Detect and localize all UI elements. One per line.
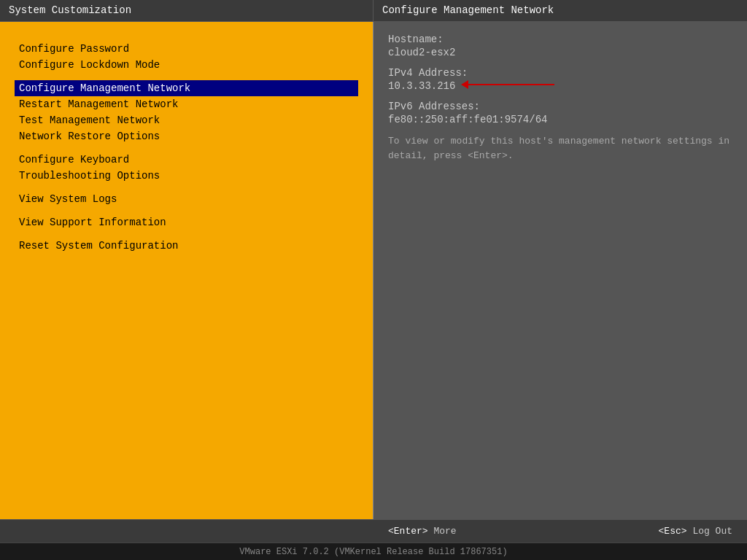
menu-spacer-0: [15, 73, 358, 80]
esc-key: <Esc>: [659, 526, 687, 537]
menu-item-restart-mgmt-network[interactable]: Restart Management Network: [15, 96, 358, 112]
menu-item-test-mgmt-network[interactable]: Test Management Network: [15, 112, 358, 128]
ipv4-value: 10.3.33.216: [388, 80, 455, 92]
bottom-right-hints: <Enter> More <Esc> Log Out: [388, 526, 732, 537]
enter-key: <Enter>: [388, 526, 428, 537]
esc-hint[interactable]: <Esc> Log Out: [659, 526, 732, 537]
menu-item-configure-keyboard[interactable]: Configure Keyboard: [15, 152, 358, 168]
header-bar: System Customization Configure Managemen…: [0, 0, 747, 22]
menu-spacer-4: [15, 230, 358, 238]
screen: System Customization Configure Managemen…: [0, 0, 747, 560]
left-panel-title: System Customization: [0, 0, 374, 21]
footer-bar: VMware ESXi 7.0.2 (VMKernel Release Buil…: [0, 542, 747, 560]
arrow-icon: [467, 84, 554, 85]
menu-item-view-system-logs[interactable]: View System Logs: [15, 191, 358, 207]
menu-item-network-restore[interactable]: Network Restore Options: [15, 128, 358, 144]
menu-spacer-1: [15, 144, 358, 152]
left-panel: Configure PasswordConfigure Lockdown Mod…: [0, 22, 374, 519]
ipv4-label: IPv4 Address:: [388, 67, 732, 79]
menu-item-reset-system-config[interactable]: Reset System Configuration: [15, 238, 358, 254]
enter-action: More: [433, 526, 456, 537]
bottom-hints: <Enter> More <Esc> Log Out: [15, 526, 732, 537]
hostname-label: Hostname:: [388, 34, 732, 45]
right-panel-title: Configure Management Network: [374, 0, 747, 21]
ipv6-value: fe80::250:aff:fe01:9574/64: [388, 114, 732, 125]
menu-item-configure-lockdown[interactable]: Configure Lockdown Mode: [15, 57, 358, 73]
menu-item-troubleshooting[interactable]: Troubleshooting Options: [15, 168, 358, 184]
ipv6-label: IPv6 Addresses:: [388, 101, 732, 112]
main-content: Configure PasswordConfigure Lockdown Mod…: [0, 22, 747, 519]
bottom-bar: <Enter> More <Esc> Log Out: [0, 519, 747, 542]
description-text: To view or modify this host's management…: [388, 134, 732, 163]
menu-item-configure-mgmt-network[interactable]: Configure Management Network: [15, 80, 358, 96]
bottom-left-hint: [15, 526, 388, 537]
menu-item-configure-password[interactable]: Configure Password: [15, 41, 358, 57]
menu-spacer-3: [15, 207, 358, 214]
enter-hint[interactable]: <Enter> More: [388, 526, 457, 537]
footer-text: VMware ESXi 7.0.2 (VMKernel Release Buil…: [239, 547, 507, 557]
menu-spacer-2: [15, 184, 358, 191]
esc-action: Log Out: [692, 526, 732, 537]
hostname-value: cloud2-esx2: [388, 47, 732, 58]
right-panel: Hostname: cloud2-esx2 IPv4 Address: 10.3…: [374, 22, 747, 519]
menu-item-view-support-info[interactable]: View Support Information: [15, 214, 358, 230]
menu-container: Configure PasswordConfigure Lockdown Mod…: [15, 41, 358, 254]
